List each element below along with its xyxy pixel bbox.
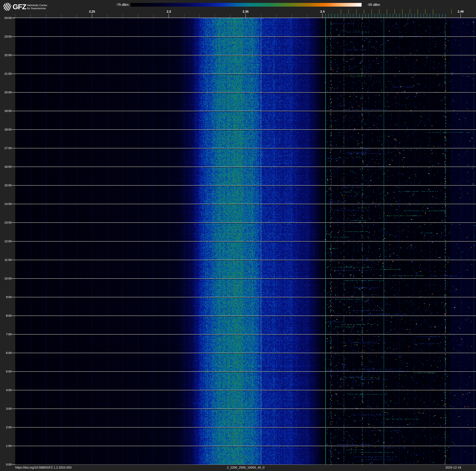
time-axis-tick: [12, 353, 15, 353]
spectrogram-canvas: [15, 18, 476, 465]
wifi-channel-tick: [425, 9, 425, 14]
time-axis-tick: [12, 185, 15, 185]
ble-channel-tick: [390, 14, 390, 18]
ble-channel-tick: [384, 14, 384, 18]
time-axis-tick: [12, 241, 15, 241]
time-axis-label: 23:00: [0, 35, 12, 38]
time-axis-label: 15:00: [0, 184, 12, 187]
ble-channel-tick: [338, 14, 338, 18]
ble-channel-tick: [427, 14, 427, 18]
wifi-channel-tick: [433, 9, 433, 14]
time-axis-label: 12:00: [0, 240, 12, 243]
spectrogram-page: GFZ Helmholtz Centre for Geosciences -75…: [0, 0, 476, 471]
freq-major-tick: [92, 14, 92, 18]
freq-minor-tick: [292, 14, 292, 18]
ble-channel-tick: [387, 14, 387, 18]
ble-channel-tick: [381, 14, 381, 18]
ble-channel-tick: [411, 14, 412, 18]
time-axis-tick: [12, 74, 15, 74]
time-axis-label: 1:00: [0, 444, 12, 448]
ble-channel-tick: [445, 14, 445, 18]
ble-channel-tick: [408, 14, 408, 18]
colorbar-min-label: -75 dBm: [95, 3, 129, 7]
time-axis-label: 4:00: [0, 388, 12, 392]
time-axis-tick: [12, 55, 15, 55]
time-axis-tick: [12, 316, 15, 316]
logo-brand: GFZ: [13, 2, 26, 11]
freq-minor-tick: [230, 14, 230, 18]
ble-channel-tick: [344, 14, 344, 18]
time-axis-label: 5:00: [0, 370, 12, 373]
ble-channel-tick: [335, 14, 335, 18]
ble-channel-tick: [396, 14, 396, 18]
wifi-channel-tick: [341, 9, 341, 14]
time-axis-tick: [12, 390, 15, 390]
colorbar-gradient: [131, 3, 362, 7]
freq-axis-label: 2.4: [320, 10, 324, 13]
wifi-channel-tick: [387, 9, 387, 14]
time-axis-label: 22:00: [0, 54, 12, 57]
time-axis-tick: [12, 334, 15, 334]
ble-channel-tick: [328, 14, 329, 18]
ble-channel-tick: [414, 14, 415, 18]
ble-channel-tick: [430, 14, 430, 18]
time-axis-tick: [12, 260, 15, 260]
footer-filename: 2_2200_2500_10000_40_0: [227, 466, 265, 469]
time-axis-label: 14:00: [0, 202, 12, 206]
time-axis-tick: [12, 36, 15, 37]
time-axis-tick: [12, 148, 15, 148]
ble-channel-tick: [433, 14, 433, 18]
ble-channel-tick: [353, 14, 353, 18]
ble-channel-tick: [356, 14, 357, 18]
ble-channel-tick: [372, 14, 372, 18]
ble-channel-tick: [393, 14, 393, 18]
ble-channel-tick: [378, 14, 378, 18]
freq-axis-label: 2.25: [89, 10, 95, 13]
time-axis-tick: [12, 92, 15, 92]
freq-minor-tick: [77, 14, 77, 18]
time-axis-label: 9:00: [0, 295, 12, 299]
ble-channel-tick: [405, 14, 406, 18]
freq-major-tick: [246, 14, 246, 18]
gfz-logo-icon: [3, 3, 11, 11]
footer-date: 2025-12-19: [445, 466, 461, 469]
wifi-channel-tick: [356, 9, 357, 14]
wifi-channel-tick: [451, 9, 452, 14]
ble-channel-tick: [424, 14, 424, 18]
time-axis-label: 10:00: [0, 277, 12, 280]
time-axis-tick: [12, 371, 15, 372]
time-axis-tick: [12, 278, 15, 279]
time-axis-label: 20:00: [0, 91, 12, 94]
logo-subtitle-line1: Helmholtz Centre: [27, 4, 47, 7]
ble-channel-tick: [347, 14, 347, 18]
time-axis-label: 16:00: [0, 165, 12, 168]
ble-channel-tick: [325, 14, 326, 18]
ble-channel-tick: [402, 14, 402, 18]
freq-minor-tick: [138, 14, 138, 18]
ble-channel-tick: [436, 14, 436, 18]
freq-major-tick: [460, 14, 461, 18]
freq-minor-tick: [307, 14, 307, 18]
ble-channel-tick: [374, 14, 375, 18]
ble-channel-tick: [359, 14, 359, 18]
time-axis-label: 6:00: [0, 351, 12, 355]
time-axis-tick: [12, 204, 15, 204]
ble-channel-tick: [421, 14, 421, 18]
wifi-channel-tick: [364, 9, 364, 14]
time-axis-label: 3:00: [0, 407, 12, 410]
time-axis-label: 19:00: [0, 109, 12, 113]
ble-channel-tick: [332, 14, 332, 18]
time-axis-label: 2:00: [0, 426, 12, 429]
ble-channel-tick: [350, 14, 350, 18]
time-axis-tick: [12, 446, 15, 446]
time-axis-label: 21:00: [0, 72, 12, 75]
time-axis-tick: [12, 129, 15, 130]
wifi-channel-tick: [379, 9, 379, 14]
logo-subtitle: Helmholtz Centre for Geosciences: [27, 4, 47, 10]
time-axis-tick: [12, 111, 15, 111]
freq-minor-tick: [184, 14, 184, 18]
time-axis-label: 11:00: [0, 258, 12, 262]
ble-channel-tick: [399, 14, 399, 18]
logo-subtitle-line2: for Geosciences: [27, 7, 47, 10]
time-axis-label: 0:00: [0, 463, 12, 466]
